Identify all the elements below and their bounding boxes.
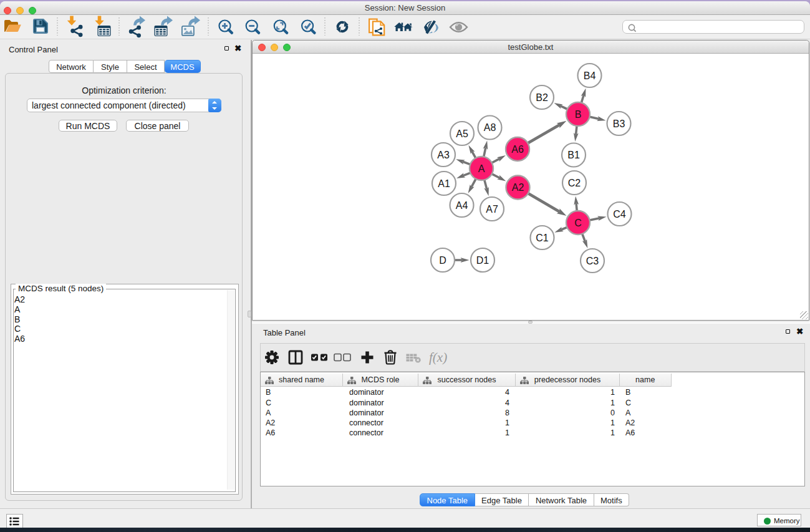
- svg-text:B: B: [575, 109, 582, 120]
- svg-text:C3: C3: [586, 256, 599, 266]
- svg-text:A7: A7: [486, 204, 498, 215]
- svg-text:D1: D1: [476, 255, 489, 266]
- svg-text:A6: A6: [511, 144, 524, 155]
- svg-text:B4: B4: [584, 70, 596, 81]
- svg-text:A3: A3: [437, 150, 450, 160]
- svg-text:A4: A4: [456, 200, 468, 211]
- svg-text:A8: A8: [484, 122, 496, 133]
- svg-text:f(x): f(x): [429, 350, 447, 365]
- svg-text:A: A: [478, 163, 485, 174]
- svg-text:A1: A1: [438, 178, 450, 189]
- svg-text:A2: A2: [512, 182, 524, 193]
- svg-text:A5: A5: [456, 128, 468, 139]
- svg-text:C4: C4: [613, 209, 626, 220]
- svg-text:B3: B3: [613, 118, 625, 129]
- svg-text:B1: B1: [567, 150, 580, 160]
- svg-text:C1: C1: [536, 233, 549, 243]
- svg-text:B2: B2: [536, 92, 548, 103]
- svg-text:C: C: [574, 218, 582, 228]
- svg-text:D: D: [439, 255, 446, 266]
- svg-text:C2: C2: [568, 178, 581, 188]
